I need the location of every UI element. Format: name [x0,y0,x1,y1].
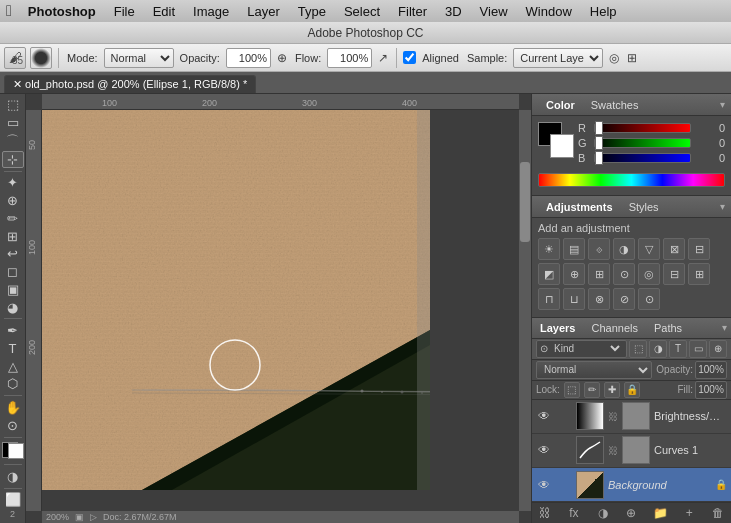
eye-background[interactable]: 👁 [536,477,552,493]
menu-filter[interactable]: Filter [390,2,435,21]
flow-icon[interactable]: ↗ [376,51,390,65]
hsl-adj[interactable]: ⊠ [663,238,685,260]
lock-all[interactable]: 🔒 [624,382,640,398]
channels-tab[interactable]: Channels [583,320,645,336]
chain-curves[interactable]: ⛓ [608,442,618,458]
move-tool[interactable]: ⬚ [2,96,24,113]
styles-tab[interactable]: Styles [621,199,667,215]
layer-row-brightness[interactable]: 👁 ⛓ Brightness/Con... [532,400,731,434]
spectrum-bar[interactable] [538,173,725,187]
path-tool[interactable]: △ [2,358,24,375]
lock-image[interactable]: ✏ [584,382,600,398]
canvas-area[interactable]: 100 200 300 400 50 100 200 [26,94,531,523]
apple-menu[interactable]:  [6,2,12,20]
menu-select[interactable]: Select [336,2,388,21]
crop-tool[interactable]: ⊹ [2,151,24,168]
add-mask-btn[interactable]: ◑ [594,504,612,522]
airbrush-icon[interactable]: ⊕ [275,51,289,65]
filter-smart-btn[interactable]: ⊕ [709,340,727,358]
chain-brightness[interactable]: ⛓ [608,408,618,424]
menu-view[interactable]: View [472,2,516,21]
color-panel-collapse[interactable]: ▾ [720,99,725,110]
fill-input[interactable] [695,381,727,399]
extra2-adj[interactable]: ⊙ [638,288,660,310]
zoom-tool[interactable]: ⊙ [2,417,24,434]
filter-select[interactable]: Kind [550,342,623,355]
new-group-btn[interactable]: 📁 [651,504,669,522]
thresh-adj[interactable]: ⊓ [538,288,560,310]
photo-adj[interactable]: ⊕ [563,263,585,285]
background-swatch[interactable] [550,134,574,158]
dodge-tool[interactable]: ◕ [2,299,24,316]
eye-brightness[interactable]: 👁 [536,408,552,424]
delete-layer-btn[interactable]: 🗑 [709,504,727,522]
menu-window[interactable]: Window [518,2,580,21]
menu-3d[interactable]: 3D [437,2,470,21]
b-thumb[interactable] [595,151,603,165]
quick-mask[interactable]: ◑ [2,468,24,485]
menu-image[interactable]: Image [185,2,237,21]
shape-tool[interactable]: ⬡ [2,376,24,393]
menu-help[interactable]: Help [582,2,625,21]
clone-tool[interactable]: ⊞ [2,228,24,245]
select-tool[interactable]: ▭ [2,114,24,131]
extra-icon[interactable]: ⊞ [625,51,639,65]
colorbal-adj[interactable]: ⊟ [688,238,710,260]
link-layers-btn[interactable]: ⛓ [536,504,554,522]
posterize-adj[interactable]: ⊟ [663,263,685,285]
menu-edit[interactable]: Edit [145,2,183,21]
vertical-scrollbar[interactable] [519,110,531,511]
exposure-adj[interactable]: ◑ [613,238,635,260]
sample-select[interactable]: Current Layer [513,48,603,68]
background-color[interactable] [8,443,24,459]
menu-file[interactable]: File [106,2,143,21]
gradient-tool[interactable]: ▣ [2,281,24,298]
bw-adj[interactable]: ◩ [538,263,560,285]
filter-type-btn[interactable]: T [669,340,687,358]
color-tab[interactable]: Color [538,97,583,113]
canvas-scroll[interactable] [42,110,519,511]
new-fill-btn[interactable]: ⊕ [622,504,640,522]
hand-tool[interactable]: ✋ [2,399,24,416]
paths-tab[interactable]: Paths [646,320,690,336]
eyedrop-tool[interactable]: ✦ [2,174,24,191]
g-slider[interactable] [594,138,691,148]
aligned-checkbox[interactable] [403,51,416,64]
extra1-adj[interactable]: ⊘ [613,288,635,310]
heal-tool[interactable]: ⊕ [2,192,24,209]
add-style-btn[interactable]: fx [565,504,583,522]
menu-layer[interactable]: Layer [239,2,288,21]
selectcolor-adj[interactable]: ⊗ [588,288,610,310]
lock-position[interactable]: ✚ [604,382,620,398]
invert-adj[interactable]: ◎ [638,263,660,285]
filter-adj-btn[interactable]: ◑ [649,340,667,358]
b-slider[interactable] [594,153,691,163]
vscroll-thumb[interactable] [520,162,530,242]
r-slider[interactable] [594,123,691,133]
vibrance-adj[interactable]: ▽ [638,238,660,260]
lock-transparent[interactable]: ⬚ [564,382,580,398]
new-layer-btn[interactable]: + [680,504,698,522]
brush-tool[interactable]: ✏ [2,210,24,227]
curves-adj[interactable]: ⟐ [588,238,610,260]
layer-row-background[interactable]: 👁 Background 🔒 [532,468,731,502]
pen-tool[interactable]: ✒ [2,322,24,339]
screen-mode[interactable]: ⬜ [2,491,24,508]
brightness-adj[interactable]: ☀ [538,238,560,260]
eye-curves[interactable]: 👁 [536,442,552,458]
history-tool[interactable]: ↩ [2,245,24,262]
levels-adj[interactable]: ▤ [563,238,585,260]
lasso-tool[interactable]: ⌒ [2,132,24,150]
text-tool[interactable]: T [2,340,24,357]
swatches-tab[interactable]: Swatches [583,97,647,113]
sample-icon[interactable]: ◎ [607,51,621,65]
colorlook-adj[interactable]: ⊙ [613,263,635,285]
brush-preview[interactable] [30,47,52,69]
filter-pixel-btn[interactable]: ⬚ [629,340,647,358]
color-swatch-area[interactable] [538,122,574,158]
g-thumb[interactable] [595,136,603,150]
active-tab[interactable]: ✕ old_photo.psd @ 200% (Ellipse 1, RGB/8… [4,75,256,93]
adj-panel-collapse[interactable]: ▾ [720,201,725,212]
filter-shape-btn[interactable]: ▭ [689,340,707,358]
menu-type[interactable]: Type [290,2,334,21]
